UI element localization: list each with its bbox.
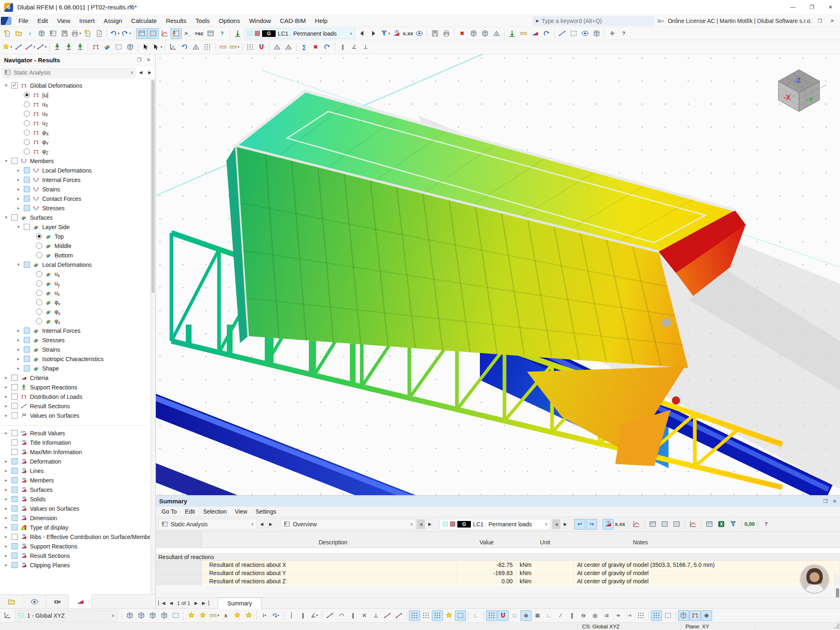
summary-float-button[interactable]: ❐ <box>823 498 828 504</box>
guide-objects-button[interactable]: ✚ <box>607 28 618 39</box>
new-surface-button[interactable] <box>102 42 113 52</box>
radio-button[interactable] <box>24 148 30 155</box>
cell-notes[interactable]: At center of gravity of model (3503.3, 5… <box>574 561 840 569</box>
tree-expander-icon[interactable]: ▸ <box>3 487 9 492</box>
undo-button[interactable]: ▾ <box>109 28 120 39</box>
summary-view-select[interactable]: Overview ∨ <box>281 519 416 530</box>
dlubal-center-button[interactable]: ◗ <box>25 28 36 39</box>
tree-item-support-reactions[interactable]: ▸Support Reactions <box>0 382 150 392</box>
tree-item-shape[interactable]: ▸Shape <box>0 364 150 373</box>
summary-load-case-select[interactable]: G LC1 Permanent loads ∨ <box>440 519 550 530</box>
show-results-button[interactable] <box>391 28 402 39</box>
tree-item-lines[interactable]: ▸Lines <box>0 466 150 475</box>
tree-expander-icon[interactable]: ▸ <box>16 337 21 343</box>
tree-item-uy[interactable]: uy <box>0 279 150 288</box>
redo-button[interactable]: ▾ <box>121 28 132 39</box>
table-row[interactable]: Resultant of reactions about X-82.75kNmA… <box>156 561 840 569</box>
checkbox[interactable] <box>11 524 18 530</box>
guideline-edit-button[interactable] <box>455 610 466 621</box>
new-line-fast-button[interactable] <box>197 610 208 621</box>
save-button[interactable] <box>59 28 70 39</box>
tab-summary[interactable]: Summary <box>218 598 261 609</box>
snap-perp-button[interactable]: ∟ <box>543 610 555 621</box>
mesh-settings-button[interactable] <box>272 42 283 52</box>
snap-point-button[interactable]: /▾ <box>259 610 270 621</box>
new-frame-object-button[interactable] <box>232 610 243 621</box>
analysis-prev-button[interactable]: ◀ <box>137 68 145 77</box>
tree-item-ux[interactable]: uX <box>0 100 150 109</box>
checkbox[interactable] <box>11 430 18 436</box>
cell-unit[interactable]: kNm <box>516 569 574 577</box>
cell-value[interactable]: -82.75 <box>457 561 516 569</box>
save-view-button[interactable] <box>429 28 441 39</box>
dimensions-button[interactable] <box>217 42 228 52</box>
delete-results-button[interactable]: ✖ <box>457 28 468 39</box>
jump-back-button[interactable]: ↩ <box>574 519 585 530</box>
snap-circle-x-button[interactable]: ⊗ <box>520 610 532 621</box>
new-member-button[interactable] <box>90 42 101 52</box>
tree-item-ribs-effective-contribution-on-surface-member[interactable]: ▸Ribs - Effective Contribution on Surfac… <box>0 532 150 541</box>
radio-button[interactable] <box>36 299 42 305</box>
tree-item-middle[interactable]: Middle <box>0 241 150 250</box>
prev-page-button[interactable]: ◀ <box>169 600 173 606</box>
menu-view[interactable]: View <box>52 15 75 27</box>
member-display-button[interactable] <box>689 610 701 621</box>
tree-expander-icon[interactable]: ▸ <box>16 205 21 211</box>
checkbox[interactable] <box>24 205 30 211</box>
tree-item-type-of-display[interactable]: ▸Type of display <box>0 523 150 532</box>
deformation-scale-button[interactable] <box>530 28 541 39</box>
summary-lc-prev[interactable]: ◀ <box>552 519 560 529</box>
tree-item-members[interactable]: ▸Members <box>0 475 150 485</box>
tree-item-internal-forces[interactable]: ▸Internal Forces <box>0 326 150 335</box>
new-line-type-button[interactable]: ▾ <box>25 42 36 52</box>
guidelines-button[interactable]: ∥ <box>337 42 348 52</box>
navigation-cube[interactable]: -Z -X -Y <box>772 64 826 114</box>
plane-xy-button[interactable]: ⊥ <box>360 42 371 52</box>
next-load-case-button[interactable] <box>368 28 379 39</box>
tree-item-surfaces[interactable]: ▾Surfaces <box>0 213 150 222</box>
tree-item-ux[interactable]: ux <box>0 269 150 279</box>
checkbox[interactable] <box>11 477 18 483</box>
tree-item-x[interactable]: φX <box>0 128 150 137</box>
checkbox[interactable] <box>24 346 30 353</box>
snap-ext-2-button[interactable]: ↠ <box>612 610 623 621</box>
export-excel-button[interactable] <box>716 519 727 530</box>
tree-item-members[interactable]: ▾Members <box>0 156 150 166</box>
mdi-restore-button[interactable]: ❐ <box>815 17 824 25</box>
column-description[interactable]: Description <box>202 539 457 548</box>
tree-item-stresses[interactable]: ▸Stresses <box>0 335 150 345</box>
summary-menu-selection[interactable]: Selection <box>199 507 231 517</box>
checkbox[interactable] <box>11 375 18 381</box>
checkbox[interactable] <box>24 365 30 371</box>
cell-value[interactable]: -169.83 <box>457 569 516 577</box>
checkbox[interactable] <box>11 384 18 390</box>
checkbox[interactable] <box>11 562 18 568</box>
analysis-next-button[interactable]: ▶ <box>146 68 154 77</box>
tree-expander-icon[interactable]: ▾ <box>16 224 21 230</box>
snap-grid-button[interactable] <box>486 610 497 621</box>
checkbox[interactable] <box>24 196 30 202</box>
radio-button[interactable] <box>24 101 30 107</box>
cell-value[interactable]: 0.00 <box>457 577 516 585</box>
checkbox[interactable] <box>24 186 30 192</box>
checkbox[interactable] <box>11 393 18 400</box>
view-isometric-button[interactable] <box>124 610 135 621</box>
tree-expander-icon[interactable]: ▾ <box>3 158 9 164</box>
checkbox[interactable] <box>11 515 18 521</box>
tree-expander-icon[interactable]: ▸ <box>16 177 21 182</box>
numbering-button[interactable]: ²⤵▾ <box>270 610 281 621</box>
next-page-button[interactable]: ▶ <box>194 600 198 606</box>
menu-help[interactable]: Help <box>310 15 332 27</box>
checkbox[interactable] <box>24 177 30 183</box>
new-solid-button[interactable] <box>125 42 136 52</box>
tree-item-z[interactable]: φz <box>0 316 150 326</box>
snap-box-x-button[interactable]: ⊠ <box>532 610 543 621</box>
checkbox[interactable] <box>24 224 30 230</box>
tree-expander-icon[interactable]: ▸ <box>16 356 21 362</box>
global-cs-select[interactable]: 1 - Global XYZ ∨ <box>15 610 118 621</box>
select-special-button[interactable]: ▾ <box>152 42 163 52</box>
tree-item-y[interactable]: φY <box>0 137 150 147</box>
view-front-button[interactable] <box>136 610 147 621</box>
summary-scrollbar[interactable] <box>835 574 840 586</box>
menu-results[interactable]: Results <box>161 15 191 27</box>
